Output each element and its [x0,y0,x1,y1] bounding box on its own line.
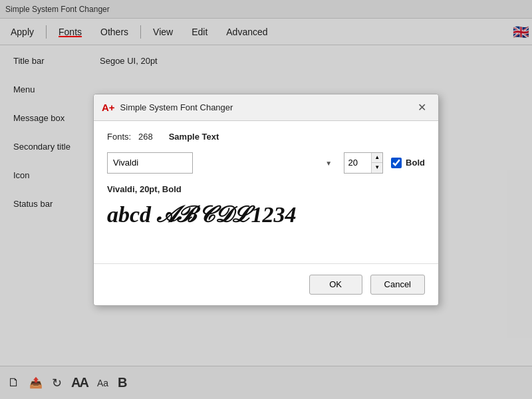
ok-button[interactable]: OK [309,275,362,295]
modal-overlay: A+ Simple System Font Changer ✕ Fonts: 2… [0,0,532,399]
cancel-button[interactable]: Cancel [370,275,425,295]
fonts-count-value: 268 [138,132,153,142]
fonts-count-label: Fonts: 268 [107,132,153,142]
modal-app-icon: A+ [102,102,115,113]
font-size-input[interactable] [344,153,371,173]
font-size-spinner: ▲ ▼ [344,152,383,174]
spin-buttons: ▲ ▼ [371,153,382,173]
modal-divider [94,263,438,264]
modal-footer: OK Cancel [94,269,438,305]
font-dropdown[interactable]: Vivaldi Segoe UI Arial Times New Roman [107,152,193,174]
sample-text-label: Sample Text [169,132,219,142]
modal-body: Fonts: 268 Sample Text Vivaldi Segoe UI … [94,121,438,261]
spin-down-button[interactable]: ▼ [372,163,382,173]
font-preview-label: Vivaldi, 20pt, Bold [107,184,425,194]
modal-close-button[interactable]: ✕ [414,100,430,115]
font-select-wrapper: Vivaldi Segoe UI Arial Times New Roman [107,152,336,174]
spin-up-button[interactable]: ▲ [372,153,382,164]
font-dialog: A+ Simple System Font Changer ✕ Fonts: 2… [93,94,439,306]
font-controls: Vivaldi Segoe UI Arial Times New Roman ▲… [107,152,425,174]
bold-label[interactable]: Bold [406,158,425,168]
modal-stats: Fonts: 268 Sample Text [107,132,425,142]
bold-checkbox[interactable] [391,158,402,168]
modal-title-left: A+ Simple System Font Changer [102,102,233,113]
modal-titlebar: A+ Simple System Font Changer ✕ [94,94,438,121]
bold-checkbox-wrapper: Bold [391,158,425,168]
font-preview-text: abcd 𝒜ℬ𝒞𝒟ℒ1234 [107,202,425,234]
modal-title-text: Simple System Font Changer [120,102,233,112]
